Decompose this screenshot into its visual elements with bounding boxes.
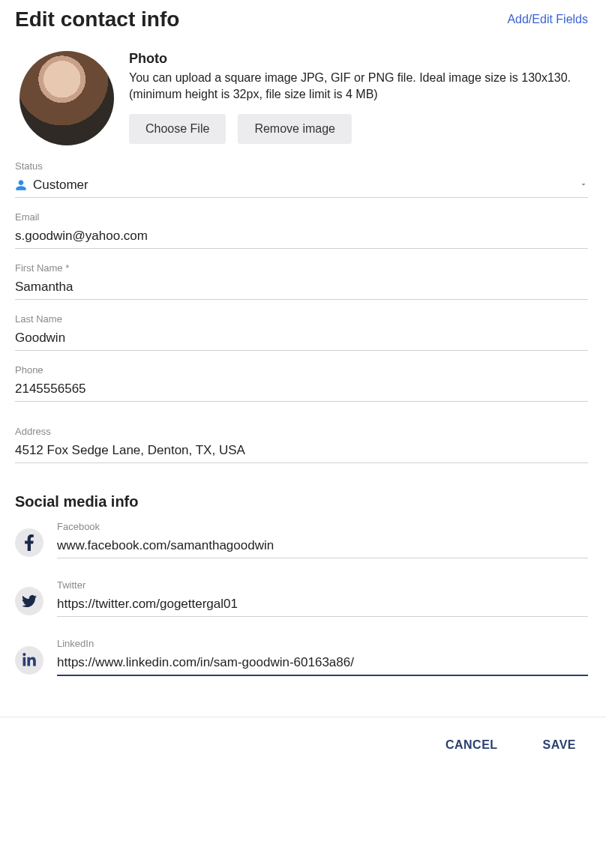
email-label: Email: [15, 211, 588, 223]
address-input[interactable]: [15, 443, 588, 458]
photo-description: You can upload a square image JPG, GIF o…: [129, 70, 588, 103]
save-button[interactable]: SAVE: [543, 738, 576, 752]
status-select[interactable]: Customer: [15, 173, 588, 198]
photo-heading: Photo: [129, 51, 588, 67]
linkedin-input[interactable]: [57, 655, 588, 670]
phone-label: Phone: [15, 364, 588, 376]
cancel-button[interactable]: CANCEL: [446, 738, 498, 752]
chevron-down-icon: [579, 179, 588, 191]
choose-file-button[interactable]: Choose File: [129, 114, 226, 144]
linkedin-label: LinkedIn: [57, 638, 588, 649]
person-icon: [15, 179, 27, 191]
last-name-label: Last Name: [15, 313, 588, 325]
facebook-icon: [15, 528, 44, 557]
first-name-label: First Name *: [15, 262, 588, 274]
twitter-icon: [15, 587, 44, 615]
page-title: Edit contact info: [15, 7, 179, 31]
status-label: Status: [15, 160, 588, 172]
facebook-label: Facebook: [57, 521, 588, 532]
avatar: [20, 51, 114, 145]
first-name-input[interactable]: [15, 280, 588, 295]
linkedin-icon: [15, 646, 44, 675]
social-heading: Social media info: [15, 493, 588, 510]
twitter-label: Twitter: [57, 579, 588, 591]
email-input[interactable]: [15, 229, 588, 244]
last-name-input[interactable]: [15, 331, 588, 346]
facebook-input[interactable]: [57, 538, 588, 553]
add-edit-fields-link[interactable]: Add/Edit Fields: [507, 13, 588, 26]
status-value: Customer: [33, 178, 88, 193]
address-label: Address: [15, 426, 588, 437]
twitter-input[interactable]: [57, 597, 588, 612]
remove-image-button[interactable]: Remove image: [238, 114, 352, 144]
phone-input[interactable]: [15, 382, 588, 397]
